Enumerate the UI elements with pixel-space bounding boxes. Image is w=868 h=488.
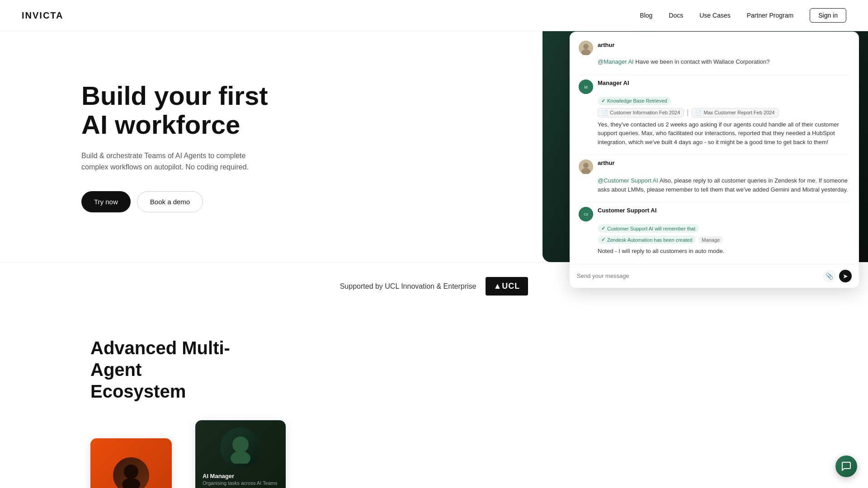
chat-message-3: arthur @Customer Support AI Also, please… [579,160,850,194]
chat-input-row: 📎 ➤ [570,264,859,288]
hero-section: Build your first AI workforce Build & or… [0,0,868,262]
nav-blog[interactable]: Blog [640,12,652,19]
sender-name-4: Customer Support AI [598,207,656,214]
chat-bubble-button[interactable] [835,455,857,477]
message-text-1: @Manager AI Have we been in contact with… [598,57,850,66]
message-text-2: Yes, they've contacted us 2 weeks ago as… [598,120,850,147]
avatar-arthur-2 [579,160,593,174]
nav-use-cases[interactable]: Use Cases [699,12,730,19]
zendesk-badge: Zendesk Automation has been created [598,235,696,244]
chat-body: arthur @Manager AI Have we been in conta… [570,32,859,256]
nav-links: Blog Docs Use Cases Partner Program Sign… [640,8,846,23]
nav-partner-program[interactable]: Partner Program [747,12,793,19]
svg-point-11 [122,478,140,488]
message-text-4: Noted - I will reply to all customers in… [598,247,850,256]
file-badge-2: 📄 Max Customer Report Feb 2024 [691,108,778,117]
divider-1 [579,75,850,75]
signin-button[interactable]: Sign in [810,8,846,23]
sender-name-2: Manager AI [598,80,629,86]
agent-card-manager: AI Manager Organising tasks across AI Te… [195,420,286,488]
site-logo: INVICTA [22,10,64,21]
divider-3 [579,202,850,202]
agent-card-customer-research: Customer Research [90,438,172,488]
svg-point-10 [124,465,138,479]
sender-name-3: arthur [598,160,615,166]
card-subtitle-manager: Organising tasks across AI Teams [203,480,278,486]
card-title-manager: AI Manager [203,473,278,479]
divider-2 [579,155,850,155]
message-text-3: @Customer Support AI Also, please reply … [598,176,850,194]
multi-agent-section: Advanced Multi-Agent Ecosystem Customer … [0,310,868,488]
nav-docs[interactable]: Docs [669,12,683,19]
try-now-button[interactable]: Try now [81,191,131,212]
avatar-arthur-1 [579,41,593,55]
agent-cards-row: Customer Research → AI Manager Organisin… [90,420,846,488]
sender-name-1: arthur [598,42,615,48]
svg-point-6 [583,163,589,168]
manage-badge[interactable]: Manage [698,236,723,244]
svg-point-13 [231,451,250,464]
chat-window: arthur @Manager AI Have we been in conta… [570,32,859,288]
svg-text:CS: CS [584,213,588,216]
multi-agent-title: Advanced Multi-Agent Ecosystem [90,337,271,402]
chat-message-1: arthur @Manager AI Have we been in conta… [579,41,850,66]
send-button[interactable]: ➤ [839,270,852,282]
ucl-logo: ▲UCL [486,277,528,296]
svg-point-12 [232,436,249,453]
file-badge-1: 📄 Customer Information Feb 2024 [598,108,684,117]
hero-subtitle: Build & orchestrate Teams of AI Agents t… [81,150,253,173]
book-demo-button[interactable]: Book a demo [137,191,203,212]
support-text: Supported by UCL Innovation & Enterprise [340,282,476,291]
hero-title: Build your first AI workforce [81,81,268,139]
chat-input[interactable] [577,272,819,279]
svg-point-1 [583,44,589,49]
knowledge-base-badge: Knowledge Base Retrieved [598,97,671,105]
avatar-support: CS [579,207,593,221]
hero-buttons: Try now Book a demo [81,191,268,212]
remember-badge: Customer Support AI will remember that [598,224,699,233]
chat-message-2: M Manager AI Knowledge Base Retrieved 📄 … [579,80,850,147]
hero-left: Build your first AI workforce Build & or… [81,54,268,212]
avatar-manager: M [579,80,593,94]
attachment-button[interactable]: 📎 [823,270,835,282]
svg-text:M: M [584,84,588,89]
hero-right: arthur @Manager AI Have we been in conta… [542,18,868,262]
chat-message-4: CS Customer Support AI Customer Support … [579,207,850,256]
